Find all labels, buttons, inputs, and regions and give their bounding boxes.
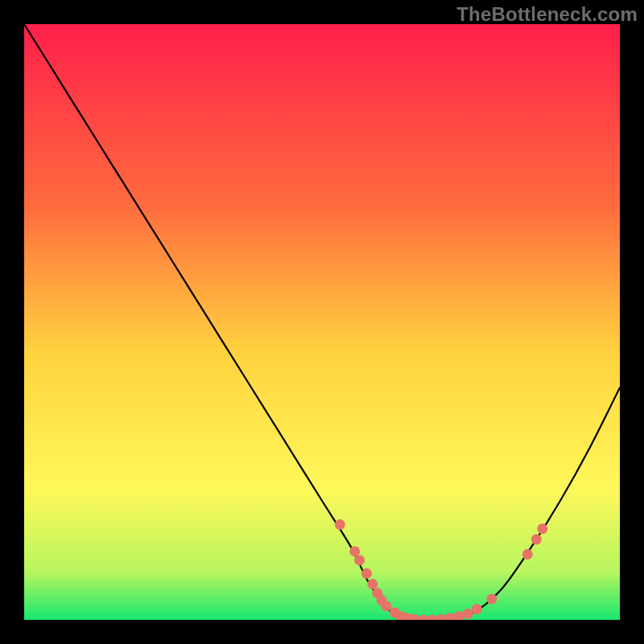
plot-area [24,24,620,620]
chart-background [24,24,620,620]
data-point [381,601,391,611]
data-point [472,604,482,614]
data-point [361,568,372,579]
watermark-text: TheBottleneck.com [456,3,638,26]
data-point [486,594,497,605]
chart-frame: TheBottleneck.com [0,0,644,644]
data-point [463,609,473,619]
data-point [354,555,365,566]
data-point [537,523,547,534]
chart-svg [24,24,620,620]
data-point [335,519,345,530]
data-point [522,549,533,559]
data-point [531,535,542,545]
data-point [367,579,378,589]
data-point [349,546,360,556]
